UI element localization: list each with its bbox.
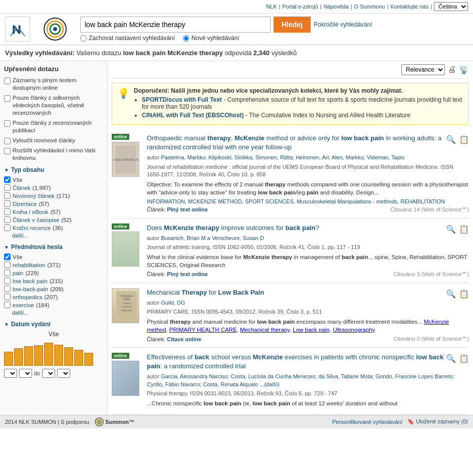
personalized-search-link[interactable]: Personifikované vyhledávání [332,419,402,425]
result-1-journal: Journal of rehabilitation medicine : off… [147,163,469,179]
result-4-meta: autor Garcia, Alessandra Narciso; Costa,… [147,373,469,388]
pred-orthopedics[interactable]: orthopedics (207) [4,294,103,300]
result-2-thumb-img [112,231,139,267]
result-1-search-icon[interactable]: 🔍 [446,135,456,144]
svg-text:Journal of Rehab Med: Journal of Rehab Med [113,158,138,161]
refine-nonews[interactable]: Vyloučit novinové články [4,137,103,144]
date-from-month[interactable] [4,369,17,378]
result-4-search-icon[interactable]: 🔍 [446,354,456,363]
bookmark-icon: 🔖 [407,418,414,424]
datum-vydani-header[interactable]: ▼ Datum vydání [4,321,103,328]
result-4-content: 🔍 📋 Effectiveness of back school versus … [147,353,469,409]
typ-casopis[interactable]: Článek v časopise (52) [4,216,103,223]
sort-select[interactable]: Relevance [401,64,445,75]
result-2-fulltext-link[interactable]: Plný text online [167,271,207,277]
result-1-author-link[interactable]: Paatelma, Markku; Kilpikoski, Sinikka; S… [161,154,404,160]
refine-peerreviewed[interactable]: Pouze články z recenzovaných publikací [4,119,103,134]
date-to-month[interactable] [42,369,55,378]
result-1-footer: Článek: Plný text online Citováno 14 (We… [147,206,469,213]
kontakt-link[interactable]: Kontaktujte nás [390,4,428,10]
sort-bar: Relevance 🖨 📡 [112,61,469,79]
portal-link[interactable]: Portál e-zdrojů [282,4,318,10]
histogram-bar [24,346,33,366]
saved-records-link[interactable]: 🔖 Uložené záznamy (0) [407,418,468,425]
search-area: Hledej Pokročilé vyhledávání Zachovat na… [80,17,468,42]
rss-button[interactable]: 📡 [459,65,469,75]
date-from-year[interactable] [19,369,32,378]
svg-text:IN OFFICE: IN OFFICE [121,306,132,308]
result-2-title-link[interactable]: Does McKenzie therapy improve outcomes f… [147,224,319,231]
rec-title: Doporučení: Našli jsme jednu nebo více s… [134,87,463,94]
result-3-search-icon[interactable]: 🔍 [446,289,456,299]
summon-logo [35,17,75,42]
recommendation-box: 💡 Doporučení: Našli jsme jednu nebo více… [112,83,469,125]
nlk-link[interactable]: NLK [266,4,277,10]
typ-dizertace[interactable]: Dizertace (57) [4,200,103,207]
radio-keep-settings[interactable]: Zachovat nastavení vyhledávání [80,35,175,42]
result-4-title-link[interactable]: Effectiveness of back school versus McKe… [147,353,443,370]
result-2-search-icon[interactable]: 🔍 [446,224,456,234]
result-2-save-icon[interactable]: 📋 [459,224,469,234]
predmetova-more[interactable]: další... [12,310,103,316]
print-button[interactable]: 🖨 [448,65,456,74]
result-3-title-link[interactable]: Mechanical Therapy for Low Back Pain [147,289,264,296]
summon-small-logo [95,417,104,426]
search-input[interactable] [80,17,271,33]
search-options: Zachovat nastavení vyhledávání Nové vyhl… [80,35,468,42]
cinahl-link[interactable]: CINAHL with Full Text (EBSCOhost) [142,112,244,119]
typ-knizni[interactable]: Knižní recenze (36) [4,224,103,231]
result-3-title: Mechanical Therapy for Low Back Pain [147,288,469,297]
refine-fulltext[interactable]: Záznamy s plným textem dostupným online [4,77,103,92]
result-4-journal: Physical therapy, ISSN 0031-9023, 06/201… [147,390,469,397]
datum-vse-label: Vše [4,331,103,338]
typ-clanek[interactable]: Článek (1,987) [4,184,103,191]
pred-pain[interactable]: pain (229) [4,270,103,276]
result-3-meta: autor Guild, DG [147,299,469,307]
result-1-title-link[interactable]: Orthopaedic manual therapy, McKenzie met… [147,134,441,151]
result-1-desc: Objective: To examine the effects of 2 m… [147,180,469,196]
predmetova-hesla-header[interactable]: ▼ Předmětová hesla [4,244,103,251]
typ-obsahu-header[interactable]: ▼ Typ obsahu [4,166,103,173]
online-badge: online [112,134,129,140]
pred-vse[interactable]: Vše [4,254,103,260]
pred-lowbackpain2[interactable]: low-back-pain (209) [4,286,103,292]
napoveda-link[interactable]: Nápověda [324,4,349,10]
typ-vse[interactable]: Vše [4,176,103,183]
result-3-author-link[interactable]: Guild, DG [161,300,185,306]
svg-point-18 [99,421,100,422]
pred-exercise[interactable]: exercise (184) [4,302,103,308]
date-to-year[interactable] [57,369,70,378]
result-3-save-icon[interactable]: 📋 [459,289,469,299]
result-4-thumbnail: online [112,353,142,409]
rec-item-2: CINAHL with Full Text (EBSCOhost) - The … [142,112,463,119]
typ-obsahu-more[interactable]: další... [12,232,103,239]
language-select[interactable]: Čeština English [434,2,468,11]
result-item: online 🔍 📋 Effectiveness of back school … [112,348,469,415]
pred-lowbackpain[interactable]: low back pain (215) [4,278,103,284]
result-1-save-icon[interactable]: 📋 [459,135,469,144]
result-4-author-link[interactable]: Garcia, Alessandra Narciso; Costa, Lucío… [147,373,454,387]
recommendation-content: Doporučení: Našli jsme jednu nebo více s… [134,87,463,120]
top-bar: NLK | Portál e-zdrojů | Nápověda | O Sum… [0,0,473,14]
result-1-cited: Citováno 14 (Web of Science℠) [390,206,469,213]
result-4-save-icon[interactable]: 📋 [459,354,469,363]
result-3-thumb-img: PRIMARY CARE CLINICS IN OFFICE PRACTICE [112,288,139,323]
search-button[interactable]: Hledej [274,17,311,33]
svg-point-4 [53,27,57,31]
radio-new-search[interactable]: Nové vyhledávání [183,35,239,42]
typ-obsahu-section: ▼ Typ obsahu Vše Článek (1,987) Novinový… [4,166,103,239]
typ-kniha[interactable]: Kniha / eBook (57) [4,208,103,215]
typ-novinovy[interactable]: Novinový článek (171) [4,192,103,199]
o-summonu-link[interactable]: O Summonu [354,4,385,10]
histogram-bar [64,347,73,366]
result-1-fulltext-link[interactable]: Plný text online [167,206,207,212]
sidebar-title: Upřesnění dotazu [4,65,103,73]
refine-scholarly[interactable]: Pouze články z odborných vědeckých časop… [4,94,103,117]
advanced-search-link[interactable]: Pokročilé vyhledávání [314,21,372,28]
pred-rehabilitation[interactable]: rehabilitation (371) [4,262,103,268]
result-3-fulltext-link[interactable]: Citace online [167,336,201,342]
result-2-author-link[interactable]: Busanich, Brian M a Verscheure, Susan D [161,235,264,241]
result-4-title: Effectiveness of back school versus McKe… [147,353,469,371]
sportdiscus-link[interactable]: SPORTDiscus with Full Text [142,96,222,103]
refine-expand[interactable]: Rozšířit vyhledávání i mimo Vaši knihovn… [4,147,103,162]
